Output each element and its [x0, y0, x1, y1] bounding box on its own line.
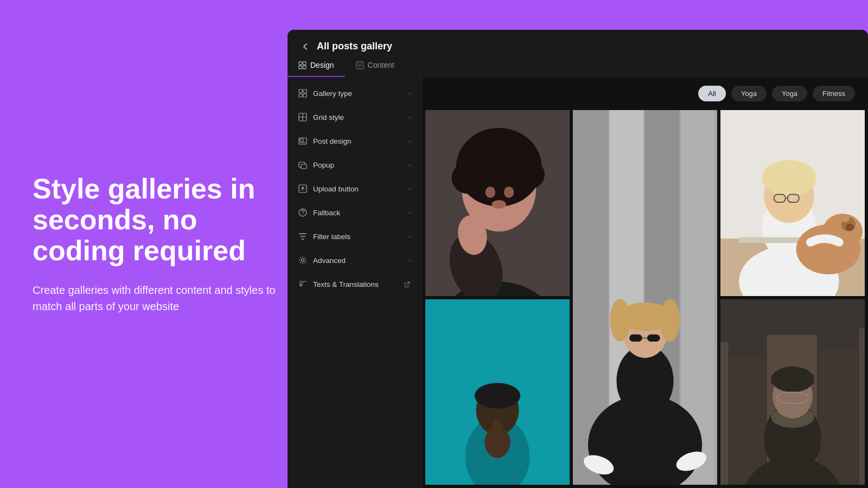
- svg-point-72: [845, 223, 854, 230]
- content-tab-label: Content: [368, 61, 394, 69]
- svg-rect-19: [301, 164, 307, 169]
- sidebar-item-popup[interactable]: Popup ›: [288, 153, 422, 177]
- upload-button-chevron: ›: [409, 185, 411, 192]
- main-content: Gallery type › Grid style ›: [288, 77, 868, 488]
- svg-rect-43: [716, 110, 717, 485]
- svg-point-21: [302, 214, 303, 215]
- svg-point-62: [762, 160, 816, 196]
- popup-chevron: ›: [409, 162, 411, 168]
- popup-label: Popup: [313, 161, 334, 169]
- gallery-type-chevron: ›: [409, 90, 411, 97]
- grid-style-chevron: ›: [409, 114, 411, 120]
- post-design-label: Post design: [313, 137, 352, 145]
- advanced-label: Advanced: [313, 256, 346, 265]
- filter-labels-label: Filter labels: [313, 233, 350, 241]
- sidebar-item-post-design[interactable]: Post design ›: [288, 129, 422, 153]
- title-bar: All posts gallery: [288, 30, 868, 52]
- svg-point-53: [660, 299, 680, 342]
- filter-bar: All Yoga Yoga Fitness: [422, 77, 868, 110]
- sidebar-item-filter-labels[interactable]: Filter labels ›: [288, 224, 422, 248]
- svg-rect-9: [303, 89, 307, 93]
- tab-design[interactable]: Design: [288, 54, 345, 77]
- svg-rect-82: [730, 356, 765, 485]
- grid-style-label: Grid style: [313, 113, 344, 121]
- texts-translations-icon: [298, 280, 307, 288]
- sidebar-item-grid-style[interactable]: Grid style ›: [288, 105, 422, 129]
- svg-rect-54: [629, 335, 642, 342]
- photo-grid: [422, 110, 868, 488]
- photo-svg-4: [425, 299, 570, 485]
- external-link-icon: [404, 281, 411, 288]
- sidebar-item-advanced[interactable]: Advanced ›: [288, 248, 422, 272]
- texts-translations-label: Texts & Translations: [313, 280, 379, 288]
- svg-point-52: [610, 299, 630, 342]
- photo-svg-2: [573, 110, 717, 485]
- back-button[interactable]: [301, 42, 310, 52]
- photo-svg-1: [425, 110, 570, 296]
- svg-rect-3: [303, 66, 307, 69]
- upload-button-label: Upload button: [313, 185, 359, 193]
- svg-rect-16: [300, 139, 303, 142]
- photo-cell-1: [425, 110, 570, 296]
- gallery-area: All Yoga Yoga Fitness: [422, 77, 868, 488]
- filter-fitness-button[interactable]: Fitness: [813, 86, 855, 101]
- post-design-chevron: ›: [409, 138, 411, 144]
- svg-point-22: [302, 259, 304, 262]
- tabs-row: Design Content: [288, 54, 868, 77]
- grid-style-icon: [298, 113, 307, 121]
- sidebar-item-gallery-type[interactable]: Gallery type ›: [288, 81, 422, 105]
- photo-svg-3: [720, 110, 865, 296]
- sidebar-item-texts-translations[interactable]: Texts & Translations: [288, 272, 422, 296]
- svg-rect-55: [647, 335, 660, 342]
- filter-all-button[interactable]: All: [698, 86, 725, 101]
- svg-rect-85: [859, 328, 865, 485]
- gallery-type-label: Gallery type: [313, 89, 352, 98]
- design-tab-icon: [298, 61, 307, 69]
- svg-rect-84: [818, 349, 857, 485]
- subtext: Create galleries with different content …: [33, 282, 282, 314]
- advanced-icon: [298, 256, 307, 265]
- filter-yoga1-button[interactable]: Yoga: [731, 86, 767, 101]
- filter-labels-chevron: ›: [409, 233, 411, 240]
- left-panel: Style galleries in seconds, no coding re…: [33, 174, 282, 314]
- photo-cell-4: [425, 299, 570, 485]
- app-window: All posts gallery Design Content: [288, 30, 868, 488]
- photo-cell-3: [720, 110, 865, 296]
- svg-rect-81: [720, 342, 728, 485]
- svg-point-71: [833, 215, 845, 222]
- svg-rect-8: [299, 89, 302, 93]
- headline: Style galleries in seconds, no coding re…: [33, 174, 282, 267]
- filter-yoga2-button[interactable]: Yoga: [772, 86, 807, 101]
- svg-point-77: [475, 383, 520, 408]
- gallery-type-icon: [298, 89, 307, 98]
- svg-point-33: [511, 150, 534, 173]
- svg-point-31: [463, 151, 489, 176]
- photo-svg-5: [720, 299, 865, 485]
- content-tab-icon: [356, 61, 364, 69]
- sidebar-item-upload-button[interactable]: Upload button ›: [288, 177, 422, 201]
- back-arrow-icon: [301, 42, 310, 52]
- post-design-icon: [298, 137, 307, 145]
- svg-point-35: [504, 187, 514, 198]
- fallback-chevron: ›: [409, 209, 411, 216]
- svg-rect-2: [299, 66, 302, 69]
- upload-button-icon: [298, 184, 307, 193]
- filter-labels-icon: [298, 232, 307, 241]
- advanced-chevron: ›: [409, 257, 411, 264]
- fallback-icon: [298, 208, 307, 217]
- svg-rect-11: [303, 94, 307, 97]
- window-title: All posts gallery: [317, 41, 392, 52]
- svg-point-36: [492, 200, 506, 209]
- fallback-label: Fallback: [313, 209, 340, 217]
- tab-content[interactable]: Content: [345, 54, 405, 77]
- sidebar: Gallery type › Grid style ›: [288, 77, 422, 488]
- svg-rect-1: [303, 62, 307, 65]
- photo-cell-2: [573, 110, 717, 485]
- sidebar-item-fallback[interactable]: Fallback ›: [288, 201, 422, 224]
- photo-cell-5: [720, 299, 865, 485]
- svg-rect-94: [771, 374, 814, 384]
- popup-icon: [298, 160, 307, 169]
- svg-point-34: [486, 187, 495, 198]
- design-tab-label: Design: [310, 61, 334, 69]
- svg-point-79: [492, 419, 503, 439]
